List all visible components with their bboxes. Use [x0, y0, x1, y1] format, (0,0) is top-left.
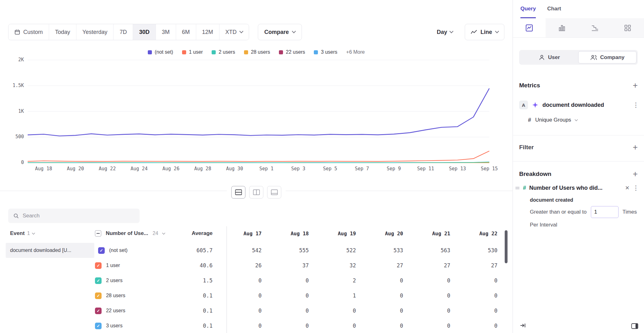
- chevron-down-icon: [495, 29, 499, 33]
- value-cells: 002000: [219, 277, 502, 284]
- search-input[interactable]: [23, 213, 126, 219]
- series-header-label: Number of Use...: [106, 230, 148, 237]
- value-cell: 0: [408, 308, 455, 314]
- chart-type-button[interactable]: Line: [465, 24, 504, 40]
- check-icon: ✓: [97, 264, 100, 268]
- condition-label[interactable]: Greater than or equal to: [530, 209, 587, 215]
- date-column-header: Aug 20: [360, 231, 408, 237]
- legend-item[interactable]: 2 users: [212, 49, 235, 55]
- range-button-yesterday[interactable]: Yesterday: [76, 24, 114, 40]
- layout-split-vertical-button[interactable]: [249, 186, 264, 199]
- measure-selector[interactable]: # Unique Groups: [513, 116, 644, 124]
- add-filter-button[interactable]: +: [633, 144, 638, 150]
- layout-bottom-panel-button[interactable]: [267, 186, 281, 199]
- tile-line-chart[interactable]: [513, 18, 546, 37]
- chart-type-tiles: [513, 18, 644, 38]
- select-all-checkbox[interactable]: [95, 230, 101, 237]
- legend-more[interactable]: +6 More: [346, 49, 365, 55]
- value-cell: 27: [455, 262, 502, 269]
- group-toggle: User Company: [519, 50, 638, 65]
- range-button-today[interactable]: Today: [49, 24, 76, 40]
- event-header-label: Event: [10, 230, 25, 237]
- series-checkbox[interactable]: ✓: [95, 277, 102, 284]
- add-breakdown-button[interactable]: +: [633, 171, 638, 177]
- legend-item[interactable]: (not set): [148, 49, 173, 55]
- series-label: 3 users: [106, 323, 122, 329]
- range-button-3m[interactable]: 3M: [156, 24, 176, 40]
- range-button-30d[interactable]: 30D: [133, 24, 156, 40]
- frozen-column-divider: [226, 226, 227, 333]
- legend-label: (not set): [155, 49, 173, 55]
- table-scrollbar[interactable]: [505, 230, 508, 263]
- search-box[interactable]: [8, 209, 140, 223]
- toolbar: CustomTodayYesterday7D30D3M6M12MXTD Comp…: [8, 24, 504, 40]
- date-column-header: Aug 21: [408, 231, 455, 237]
- range-button-6m[interactable]: 6M: [176, 24, 196, 40]
- range-button-xtd[interactable]: XTD: [219, 24, 249, 40]
- tile-bar-chart[interactable]: [546, 18, 578, 37]
- tile-more-chart-types[interactable]: [611, 18, 644, 37]
- breakdown-event-name[interactable]: document created: [513, 197, 644, 203]
- range-button-7d[interactable]: 7D: [114, 24, 133, 40]
- measure-label: Unique Groups: [535, 117, 571, 123]
- x-axis-label: Sep 9: [380, 166, 408, 172]
- series-checkbox[interactable]: ✓: [95, 292, 102, 299]
- date-column-header: Aug 19: [313, 231, 360, 237]
- x-axis-label: Aug 28: [189, 166, 217, 172]
- sidebar-toggle-button[interactable]: [631, 323, 638, 329]
- value-cells: 000000: [219, 323, 502, 329]
- date-range-group: CustomTodayYesterday7D30D3M6M12MXTD: [8, 24, 249, 40]
- series-checkbox[interactable]: ✓: [95, 308, 102, 314]
- legend-item[interactable]: 28 users: [244, 49, 270, 55]
- condition-value-input[interactable]: [591, 206, 619, 218]
- tab-query[interactable]: Query: [520, 6, 536, 18]
- toggle-company-label: Company: [600, 54, 625, 61]
- series-checkbox[interactable]: ✓: [95, 262, 102, 269]
- series-column-header[interactable]: Number of Use... 24: [91, 230, 169, 237]
- remove-breakdown-button[interactable]: ✕: [625, 185, 630, 191]
- table-row: document downloaded [U...✓(not set)605.7…: [0, 243, 502, 258]
- breakdown-title: Breakdown: [519, 171, 551, 177]
- toggle-company[interactable]: Company: [578, 51, 637, 63]
- legend-item[interactable]: 1 user: [182, 49, 203, 55]
- legend-swatch: [244, 50, 248, 54]
- event-column-header[interactable]: Event 1: [0, 230, 91, 237]
- x-axis-label: Sep 15: [475, 166, 503, 172]
- event-list-item[interactable]: document downloaded [U...: [6, 243, 94, 258]
- data-table: Event 1 Number of Use... 24 Average Aug …: [0, 226, 502, 333]
- breakdown-menu-button[interactable]: ⋮: [633, 185, 639, 191]
- breakdown-card-title[interactable]: Number of Users who did...: [529, 185, 622, 191]
- table-row: ✓3 users0.1000000: [0, 318, 502, 333]
- drag-handle-icon[interactable]: [515, 187, 520, 189]
- legend-item[interactable]: 22 users: [279, 49, 305, 55]
- toggle-user[interactable]: User: [520, 51, 578, 63]
- chevron-down-icon: [449, 29, 453, 33]
- y-axis-label: 500: [4, 134, 24, 139]
- check-icon: ✓: [97, 324, 100, 328]
- range-button-custom[interactable]: Custom: [8, 24, 49, 40]
- series-checkbox[interactable]: ✓: [95, 323, 102, 329]
- add-metric-button[interactable]: +: [633, 82, 638, 89]
- collapse-panel-button[interactable]: [520, 322, 526, 329]
- x-axis-label: Sep 1: [252, 166, 280, 172]
- range-button-12m[interactable]: 12M: [196, 24, 219, 40]
- series-checkbox[interactable]: ✓: [98, 247, 105, 254]
- app: CustomTodayYesterday7D30D3M6M12MXTD Comp…: [0, 0, 644, 333]
- interval-button[interactable]: Day: [437, 29, 453, 35]
- compare-button[interactable]: Compare: [258, 24, 302, 40]
- legend-item[interactable]: 3 users: [314, 49, 337, 55]
- query-panel: Query Chart: [513, 0, 644, 333]
- split-vertical-icon: [253, 189, 260, 195]
- legend-label: 1 user: [189, 49, 203, 55]
- value-cell: 0: [219, 323, 266, 329]
- series-cell: ✓28 users: [91, 292, 169, 299]
- layout-split-horizontal-button[interactable]: [231, 186, 246, 199]
- tile-funnel-chart[interactable]: [579, 18, 611, 37]
- value-cell: 32: [313, 262, 360, 269]
- series-label: 1 user: [106, 263, 120, 268]
- value-cell: 0: [455, 277, 502, 284]
- tab-chart[interactable]: Chart: [547, 6, 561, 18]
- metric-item[interactable]: A document downloaded ⋮: [513, 101, 644, 109]
- value-cell: 530: [455, 247, 502, 254]
- metric-menu-button[interactable]: ⋮: [633, 102, 639, 108]
